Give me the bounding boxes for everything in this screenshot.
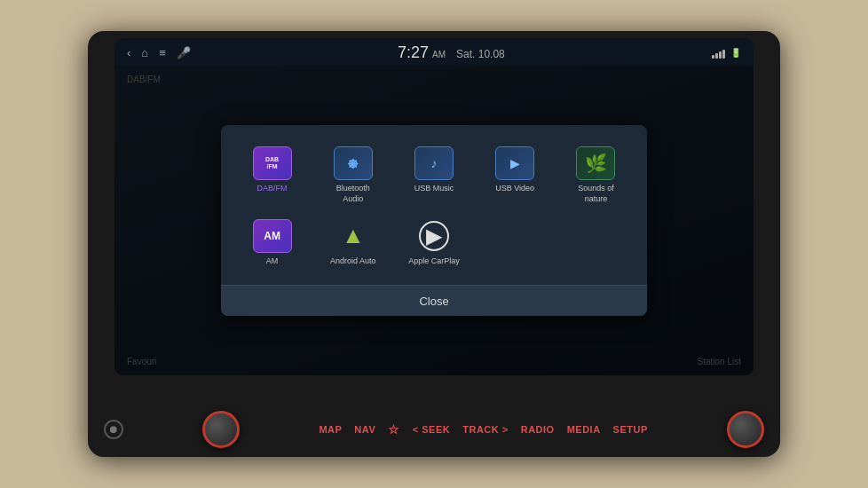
back-icon[interactable]: ‹ (127, 46, 130, 59)
control-buttons-row: MAP NAV ☆ < SEEK TRACK > RADIO MEDIA SET… (319, 422, 647, 437)
sounds-of-nature-icon: 🌿 (576, 146, 615, 180)
empty-cell-2 (556, 212, 636, 274)
screen-content: ‹ ⌂ ≡ 🎤 7:27 AM Sat. 10.08 (114, 38, 754, 375)
usb-music-symbol: ♪ (430, 156, 437, 170)
clock-date: Sat. 10.08 (456, 48, 505, 60)
empty-cell (475, 212, 556, 274)
am-label: AM (266, 256, 279, 267)
usb-music-icon: ♪ (414, 146, 454, 180)
bluetooth-label: BluetoothAudio (336, 184, 370, 204)
usb-music-label: USB Music (414, 184, 454, 194)
android-auto-label: Android Auto (330, 256, 376, 267)
home-icon[interactable]: ⌂ (141, 46, 148, 59)
source-item-usb-music[interactable]: ♪ USB Music (393, 139, 474, 211)
modal-close-button[interactable]: Close (221, 285, 647, 316)
time-display: 7:27 AM Sat. 10.08 (398, 43, 505, 62)
status-bar: ‹ ⌂ ≡ 🎤 7:27 AM Sat. 10.08 (114, 38, 754, 66)
source-item-sounds-of-nature[interactable]: 🌿 Sounds ofnature (556, 139, 636, 211)
signal-bar-1 (712, 55, 714, 59)
nav-button[interactable]: NAV (354, 424, 375, 435)
track-right-button[interactable]: TRACK > (462, 424, 508, 435)
sounds-of-nature-label: Sounds ofnature (578, 184, 614, 204)
usb-video-icon: ▶ (495, 146, 534, 180)
source-grid: DAB/FM DAB/FM ⎈ BluetoothAudio (221, 125, 647, 284)
seek-left-button[interactable]: < SEEK (413, 424, 450, 435)
signal-strength (712, 48, 725, 59)
usb-video-label: USB Video (495, 184, 534, 194)
media-button[interactable]: MEDIA (567, 424, 601, 435)
setup-button[interactable]: SETUP (613, 424, 648, 435)
apple-carplay-label: Apple CarPlay (408, 256, 460, 267)
signal-bar-4 (722, 50, 725, 59)
android-auto-icon: ▲ (334, 219, 373, 253)
dab-fm-label: DAB/FM (257, 184, 288, 194)
battery-icon: 🔋 (730, 48, 741, 58)
nav-icons: ‹ ⌂ ≡ 🎤 (127, 46, 191, 59)
source-selection-modal: DAB/FM DAB/FM ⎈ BluetoothAudio (221, 125, 647, 315)
map-button[interactable]: MAP (319, 424, 342, 435)
menu-icon[interactable]: ≡ (159, 46, 166, 59)
android-auto-symbol: ▲ (342, 222, 365, 249)
modal-overlay: DAB/FM DAB/FM ⎈ BluetoothAudio (114, 66, 754, 375)
apple-carplay-icon: ▶ (414, 219, 454, 253)
clock-time: 7:27 (398, 43, 429, 62)
am-icon-text: AM (264, 230, 280, 242)
clock-ampm: AM (432, 50, 446, 59)
source-item-apple-carplay[interactable]: ▶ Apple CarPlay (393, 212, 474, 274)
modal-close-label: Close (419, 295, 448, 308)
mic-icon[interactable]: 🎤 (177, 46, 191, 59)
usb-video-symbol: ▶ (510, 156, 520, 170)
status-indicators: 🔋 (712, 48, 741, 59)
source-item-android-auto[interactable]: ▲ Android Auto (312, 212, 393, 274)
dab-fm-icon-text: DAB/FM (265, 156, 279, 171)
favorite-button[interactable]: ☆ (388, 422, 400, 437)
signal-bar-2 (715, 53, 718, 59)
source-item-bluetooth[interactable]: ⎈ BluetoothAudio (312, 139, 393, 211)
source-item-usb-video[interactable]: ▶ USB Video (475, 139, 556, 211)
bluetooth-symbol: ⎈ (348, 154, 358, 173)
nature-symbol: 🌿 (585, 153, 607, 174)
screen-main: DAB/FM Favouri Station List (114, 66, 754, 375)
radio-button[interactable]: RADIO (521, 424, 555, 435)
screen-display: ‹ ⌂ ≡ 🎤 7:27 AM Sat. 10.08 (114, 38, 754, 375)
car-infotainment-unit: ‹ ⌂ ≡ 🎤 7:27 AM Sat. 10.08 (88, 31, 780, 457)
am-icon: AM (253, 219, 292, 253)
bluetooth-icon: ⎈ (334, 146, 373, 180)
left-knob[interactable] (202, 411, 240, 448)
source-item-am[interactable]: AM AM (232, 212, 312, 274)
power-button[interactable]: ⏺ (104, 420, 123, 439)
right-knob[interactable] (727, 411, 764, 448)
source-item-dab-fm[interactable]: DAB/FM DAB/FM (232, 139, 312, 211)
dab-fm-icon: DAB/FM (253, 146, 292, 180)
signal-bar-3 (719, 51, 722, 59)
bottom-controls: ⏺ MAP NAV ☆ < SEEK TRACK > RADIO MEDIA S… (88, 411, 780, 448)
carplay-symbol: ▶ (419, 221, 449, 251)
